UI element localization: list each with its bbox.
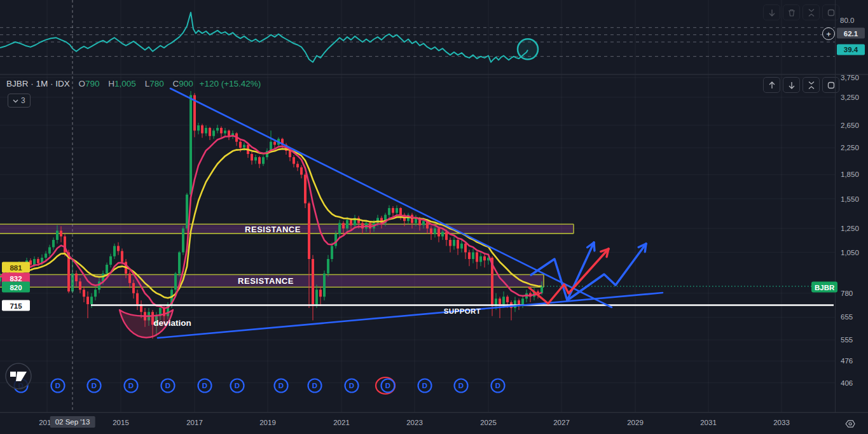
move-pane-down-button[interactable] [763, 4, 780, 20]
dividend-marker-letter: D [279, 382, 284, 389]
chart-canvas[interactable]: DDDDDDDDDDDDDD [0, 0, 868, 434]
price-tick-label: 2,250 [841, 144, 859, 151]
arrow-down-icon [768, 8, 776, 17]
ma-slow-price-badge: 881 [2, 262, 30, 273]
price-tick-label: 3,250 [841, 94, 859, 101]
time-tick-label: 2033 [773, 419, 790, 426]
symbol-price-badge: BJBR [811, 282, 837, 293]
main-pane-toolbar [763, 77, 839, 93]
price-tick-label: 3,750 [841, 74, 859, 81]
price-tick-label: 1,550 [841, 195, 859, 203]
candle-bodies-up [0, 95, 543, 325]
deviation-label[interactable]: deviation [153, 318, 191, 328]
dividend-marker-letter: D [385, 382, 390, 389]
dividend-marker-letter: D [55, 382, 60, 389]
arrow-up-icon [768, 81, 776, 90]
time-tick-label: 2021 [333, 419, 350, 426]
support-label[interactable]: SUPPORT [444, 307, 481, 315]
dividend-marker-letter: D [165, 382, 170, 389]
time-tick-label: 2017 [186, 419, 203, 426]
price-tick-label: 555 [841, 336, 853, 344]
open-value: 790 [85, 79, 100, 88]
move-pane-down-button[interactable] [783, 77, 800, 93]
indicator-pane-toolbar [763, 4, 839, 20]
time-tick-label: 2029 [627, 419, 644, 426]
symbol-title[interactable]: BJBR · 1M · IDX [6, 79, 70, 88]
rsi-value-badge: 39.4 [837, 44, 865, 55]
arrowhead [594, 242, 595, 251]
last-price-badge: 820 [2, 282, 30, 293]
price-scale[interactable]: 3,7503,2502,6502,2501,8501,5501,2501,050… [835, 0, 868, 412]
price-tick-label: 2,650 [841, 122, 859, 129]
price-tick-label: 780 [841, 290, 853, 297]
collapse-icon [807, 81, 816, 90]
dividend-marker-letter: D [422, 382, 427, 389]
arrowhead [645, 244, 646, 252]
dividend-marker-letter: D [92, 382, 97, 389]
time-tick-label: 2023 [406, 419, 423, 426]
collapse-pane-button[interactable] [803, 4, 820, 20]
high-label: H [108, 79, 114, 88]
time-tick-label: 2027 [553, 419, 570, 426]
add-alert-plus-icon[interactable]: + [822, 27, 835, 40]
tradingview-logo-mark [10, 372, 16, 377]
dividend-marker-letter: D [349, 382, 354, 389]
dividend-marker-letter: D [458, 382, 464, 389]
close-value: 900 [179, 79, 193, 88]
collapse-pane-button[interactable] [803, 77, 820, 93]
dividend-marker-letter: D [128, 382, 134, 389]
candle-bodies-down [6, 95, 539, 325]
collapse-icon [807, 8, 816, 17]
support-price-badge: 715 [2, 300, 30, 311]
trash-icon [787, 8, 796, 17]
resistance-zone-label[interactable]: RESISTANCE [245, 225, 301, 234]
price-tick-label: 476 [841, 357, 853, 365]
resistance-zone-label[interactable]: RESISTANCE [238, 276, 294, 286]
arrow-down-icon [787, 81, 796, 90]
close-label: C [172, 79, 179, 88]
dividend-marker-letter: D [495, 382, 500, 389]
rsi-highlight-circle[interactable] [518, 39, 538, 59]
chart-window: DDDDDDDDDDDDDD BJBR · 1M · IDX O790 H1,0… [0, 0, 868, 434]
price-tick-label: 655 [841, 313, 853, 321]
crosshair-date-badge: 02 Sep '13 [50, 416, 95, 428]
price-tick-label: 1,250 [841, 225, 859, 232]
maximize-icon [827, 81, 836, 90]
open-label: O [79, 79, 86, 88]
dividend-marker-letter: D [312, 382, 317, 389]
timezone-settings-icon[interactable] [844, 418, 856, 430]
move-pane-up-button[interactable] [763, 77, 780, 93]
high-value: 1,005 [114, 79, 136, 88]
candle-wicks-up [0, 91, 542, 336]
delete-pane-button[interactable] [783, 4, 800, 20]
rsi-scale-label: 80.0 [840, 17, 854, 24]
change-value: +120 (+15.42%) [200, 79, 261, 88]
time-axis[interactable]: 02 Sep '13 20132015201720192021202320252… [0, 412, 868, 434]
time-tick-label: 2031 [700, 419, 717, 426]
chevron-down-icon [13, 98, 18, 104]
dividend-marker-letter: D [235, 382, 240, 389]
objects-tree-count: 3 [21, 96, 25, 105]
objects-tree-button[interactable]: 3 [8, 94, 31, 108]
symbol-legend[interactable]: BJBR · 1M · IDX O790 H1,005 L780 C900 +1… [6, 79, 261, 88]
price-tick-label: 406 [841, 379, 853, 387]
low-value: 780 [149, 79, 164, 88]
ascending-trendline[interactable] [158, 293, 663, 338]
dividend-marker-letter: D [202, 382, 207, 389]
time-tick-label: 2019 [259, 419, 276, 426]
rsi-crosshair-badge: 62.1 [837, 28, 865, 39]
price-tick-label: 1,050 [841, 249, 859, 256]
price-tick-label: 1,850 [841, 171, 859, 178]
rsi-line [0, 13, 528, 62]
time-tick-label: 2015 [113, 419, 129, 426]
maximize-icon [827, 8, 836, 17]
time-tick-label: 2025 [480, 419, 497, 426]
